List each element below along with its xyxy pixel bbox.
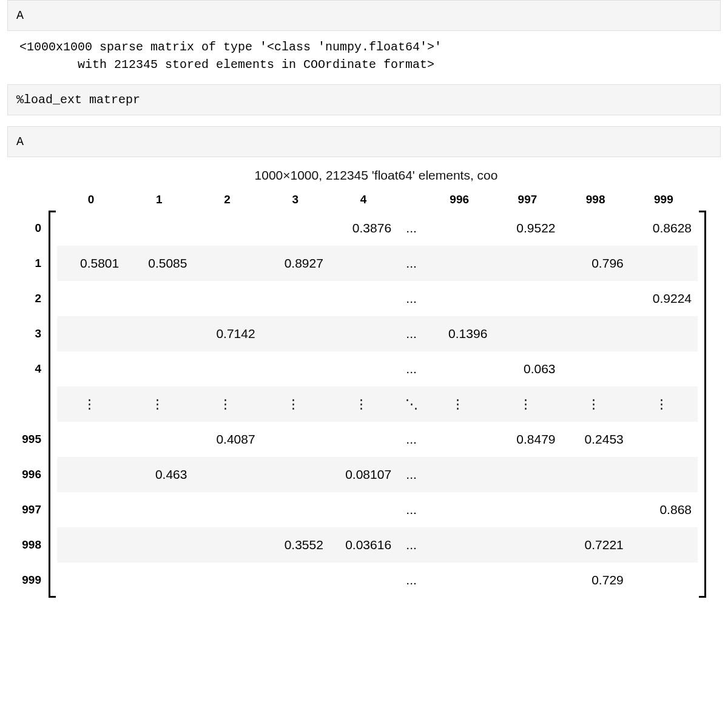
table-cell (57, 281, 125, 316)
table-cell: ... (397, 316, 425, 351)
column-header: 996 (425, 189, 493, 211)
table-cell (193, 563, 261, 598)
notebook: A <1000x1000 sparse matrix of type '<cla… (0, 0, 728, 622)
column-header: 4 (329, 189, 397, 211)
column-header: 3 (261, 189, 329, 211)
code-cell-2[interactable]: %load_ext matrepr (7, 84, 721, 115)
table-cell: 0.4087 (193, 422, 261, 457)
table-cell (193, 246, 261, 281)
table-cell (329, 492, 397, 527)
table-cell: ⋮ (57, 387, 125, 422)
table-cell (493, 316, 561, 351)
table-cell (193, 281, 261, 316)
table-cell (125, 351, 193, 387)
table-cell: ... (397, 422, 425, 457)
table-cell (57, 563, 125, 598)
table-cell: ... (397, 246, 425, 281)
table-cell: 0.9522 (493, 211, 561, 246)
bracket-right-icon (699, 211, 706, 598)
table-cell: 0.796 (562, 246, 630, 281)
column-header: 997 (493, 189, 561, 211)
table-cell (125, 563, 193, 598)
table-cell: 0.063 (493, 351, 561, 387)
row-header: 998 (19, 527, 46, 563)
row-header: 0 (19, 211, 46, 246)
table-cell: ... (397, 527, 425, 563)
table-cell (125, 281, 193, 316)
table-cell (125, 422, 193, 457)
table-cell (57, 316, 125, 351)
table-cell (562, 316, 630, 351)
row-headers: 01234995996997998999 (19, 189, 46, 598)
table-cell: 0.8927 (261, 246, 329, 281)
table-cell (57, 527, 125, 563)
table-cell (57, 422, 125, 457)
row-header: 997 (19, 492, 46, 527)
table-cell (261, 563, 329, 598)
table-cell (630, 563, 698, 598)
table-cell (425, 527, 493, 563)
table-cell (261, 351, 329, 387)
table-cell (261, 457, 329, 492)
table-cell (193, 457, 261, 492)
table-cell (562, 457, 630, 492)
table-cell: ... (397, 351, 425, 387)
row-header: 1 (19, 246, 46, 281)
table-cell: 0.868 (630, 492, 698, 527)
table-cell (125, 492, 193, 527)
table-cell (630, 351, 698, 387)
table-cell (562, 351, 630, 387)
column-header: 999 (630, 189, 698, 211)
table-cell (261, 316, 329, 351)
table-cell (329, 316, 397, 351)
table-cell: 0.7221 (562, 527, 630, 563)
table-cell (261, 492, 329, 527)
table-cell (57, 492, 125, 527)
table-cell (329, 351, 397, 387)
table-cell: ⋮ (193, 387, 261, 422)
table-cell (57, 351, 125, 387)
table-cell (125, 211, 193, 246)
bracket-left-icon (49, 211, 56, 598)
row-header (19, 387, 46, 422)
code-cell-1[interactable]: A (7, 0, 721, 31)
row-header: 996 (19, 457, 46, 492)
table-cell: 0.9224 (630, 281, 698, 316)
column-header: 0 (57, 189, 125, 211)
table-cell (425, 351, 493, 387)
table-cell (329, 246, 397, 281)
table-cell: ⋮ (493, 387, 561, 422)
code-cell-3[interactable]: A (7, 126, 721, 157)
table-cell: ⋱ (397, 387, 425, 422)
table-cell (562, 281, 630, 316)
matrix-title: 1000×1000, 212345 'float64' elements, co… (19, 168, 709, 183)
table-cell (261, 211, 329, 246)
table-cell (57, 211, 125, 246)
table-cell (425, 211, 493, 246)
table-cell: ⋮ (425, 387, 493, 422)
output-text-1: <1000x1000 sparse matrix of type '<class… (7, 33, 721, 84)
table-cell: 0.08107 (329, 457, 397, 492)
row-header: 3 (19, 316, 46, 351)
table-cell (57, 457, 125, 492)
table-cell: ⋮ (562, 387, 630, 422)
table-cell: 0.729 (562, 563, 630, 598)
table-cell (329, 563, 397, 598)
table-row: 0.58010.50850.8927...0.796 (57, 246, 698, 281)
table-cell (125, 316, 193, 351)
table-cell (193, 492, 261, 527)
matrix-table: 01234996997998999 0.3876...0.95220.86280… (57, 189, 698, 598)
table-row: ...0.868 (57, 492, 698, 527)
table-cell (630, 422, 698, 457)
table-cell (493, 527, 561, 563)
table-cell (493, 563, 561, 598)
table-cell: 0.03616 (329, 527, 397, 563)
table-cell (425, 281, 493, 316)
table-row: 0.4630.08107... (57, 457, 698, 492)
table-row: ...0.063 (57, 351, 698, 387)
table-cell: ⋮ (125, 387, 193, 422)
table-row: 0.35520.03616...0.7221 (57, 527, 698, 563)
table-row: ⋮⋮⋮⋮⋮⋱⋮⋮⋮⋮ (57, 387, 698, 422)
table-cell: 0.3552 (261, 527, 329, 563)
table-row: ...0.729 (57, 563, 698, 598)
